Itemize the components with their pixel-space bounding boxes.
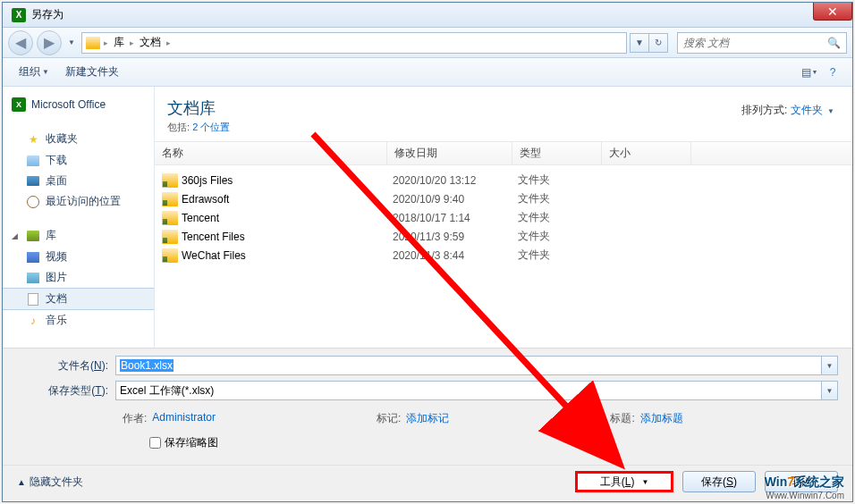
search-box[interactable]: 🔍 xyxy=(677,32,847,54)
thumbnail-label: 保存缩略图 xyxy=(165,435,218,450)
title-meta-value[interactable]: 添加标题 xyxy=(640,411,683,426)
folder-icon xyxy=(162,211,178,225)
organize-label: 组织 xyxy=(19,64,40,80)
author-field: 作者: Administrator xyxy=(123,411,216,426)
breadcrumb-item[interactable]: 文档 xyxy=(138,35,163,50)
sidebar-item-label: 最近访问的位置 xyxy=(46,194,121,209)
file-row[interactable]: Tencent2018/10/17 1:14文件夹 xyxy=(155,208,852,227)
thumbnail-checkbox[interactable] xyxy=(149,437,161,449)
author-value[interactable]: Administrator xyxy=(152,411,216,426)
folder-icon xyxy=(162,248,178,263)
filetype-dropdown-button[interactable]: ▼ xyxy=(822,381,838,400)
organize-button[interactable]: 组织 ▼ xyxy=(12,61,56,83)
includes-label: 包括: xyxy=(167,122,190,132)
titlebar: X 另存为 ✕ xyxy=(3,3,852,28)
save-button[interactable]: 保存(S) xyxy=(682,471,756,492)
address-dropdown-button[interactable]: ▼ xyxy=(630,33,649,53)
excel-icon: X xyxy=(12,8,26,22)
tools-button[interactable]: 工具(L) ▼ xyxy=(575,471,673,492)
library-subtitle: 包括: 2 个位置 xyxy=(167,121,840,134)
sidebar-ms-office[interactable]: X Microsoft Office xyxy=(3,94,154,115)
tags-label: 标记: xyxy=(377,411,401,426)
new-folder-label: 新建文件夹 xyxy=(65,64,119,80)
file-type: 文件夹 xyxy=(518,191,607,206)
sidebar-item-label: 桌面 xyxy=(46,173,67,189)
filename-input[interactable]: Book1.xlsx xyxy=(115,356,822,375)
clock-icon xyxy=(27,196,39,208)
file-name: 360js Files xyxy=(182,174,393,187)
title-field: 标题: 添加标题 xyxy=(610,411,682,426)
nav-back-button[interactable]: ◀ xyxy=(8,30,33,55)
sidebar-item-label: 下载 xyxy=(46,153,67,168)
file-name: Tencent Files xyxy=(182,231,393,243)
filetype-select[interactable]: Excel 工作簿(*.xlsx) xyxy=(115,381,822,400)
column-date[interactable]: 修改日期 xyxy=(387,142,512,164)
folder-icon xyxy=(86,37,100,49)
library-title: 文档库 xyxy=(167,97,840,119)
sidebar-desktop[interactable]: 桌面 xyxy=(3,171,154,191)
hide-folders-button[interactable]: ▲ 隐藏文件夹 xyxy=(17,475,83,490)
file-row[interactable]: 360js Files2020/10/20 13:12文件夹 xyxy=(155,171,852,189)
close-button[interactable]: ✕ xyxy=(813,3,852,21)
bottom-panel: 文件名(N): Book1.xlsx ▼ 保存类型(T): Excel 工作簿(… xyxy=(3,348,852,465)
file-type: 文件夹 xyxy=(518,248,607,263)
breadcrumb-sep: ▸ xyxy=(104,38,108,47)
search-icon: 🔍 xyxy=(827,37,841,49)
sidebar-videos[interactable]: 视频 xyxy=(3,247,154,267)
sidebar-item-label: 视频 xyxy=(46,249,67,265)
file-date: 2020/10/20 13:12 xyxy=(393,174,518,187)
breadcrumb-item[interactable]: 库 xyxy=(112,35,126,50)
filename-label: 文件名(N): xyxy=(17,358,115,374)
file-row[interactable]: Edrawsoft2020/10/9 9:40文件夹 xyxy=(155,189,852,208)
sidebar-favorites[interactable]: ★ 收藏夹 xyxy=(3,128,154,150)
column-type[interactable]: 类型 xyxy=(512,142,602,164)
includes-link[interactable]: 2 个位置 xyxy=(192,122,230,132)
sidebar-item-label: 音乐 xyxy=(46,313,67,328)
cancel-button[interactable]: 取消 xyxy=(765,471,838,492)
sidebar-music[interactable]: ♪ 音乐 xyxy=(3,310,154,331)
column-size[interactable]: 大小 xyxy=(602,142,691,164)
refresh-button[interactable]: ↻ xyxy=(648,33,668,53)
collapse-icon[interactable]: ◢ xyxy=(12,231,21,240)
folder-icon xyxy=(162,230,178,244)
search-input[interactable] xyxy=(683,37,824,49)
footer: ▲ 隐藏文件夹 工具(L) ▼ 保存(S) 取消 xyxy=(3,465,852,501)
music-icon: ♪ xyxy=(26,314,40,328)
file-date: 2020/11/3 9:59 xyxy=(393,231,518,243)
filename-value: Book1.xlsx xyxy=(120,359,174,372)
nav-forward-button[interactable]: ▶ xyxy=(37,30,62,55)
save-as-dialog: X 另存为 ✕ ◀ ▶ ▼ ▸ 库 ▸ 文档 ▸ ▼ ↻ 🔍 组织 ▼ 新建文件 xyxy=(2,2,853,502)
library-header: 文档库 包括: 2 个位置 排列方式: 文件夹 ▼ xyxy=(155,87,852,141)
arrange-label: 排列方式: xyxy=(741,104,787,116)
help-button[interactable]: ? xyxy=(822,63,843,82)
column-headers: 名称 修改日期 类型 大小 xyxy=(155,141,852,165)
column-name[interactable]: 名称 xyxy=(155,142,387,164)
document-icon xyxy=(28,293,38,306)
sidebar-recent[interactable]: 最近访问的位置 xyxy=(3,191,154,212)
file-row[interactable]: WeChat Files2020/11/3 8:44文件夹 xyxy=(155,246,852,265)
sidebar-item-label: 图片 xyxy=(46,270,67,285)
nav-history-dropdown[interactable]: ▼ xyxy=(65,32,78,54)
view-button[interactable]: ▤▼ xyxy=(799,63,820,82)
arrange-value[interactable]: 文件夹 ▼ xyxy=(791,104,834,116)
file-row[interactable]: Tencent Files2020/11/3 9:59文件夹 xyxy=(155,227,852,246)
file-type: 文件夹 xyxy=(518,229,607,244)
breadcrumb-sep: ▸ xyxy=(130,38,134,47)
tools-label: 工具(L) xyxy=(600,475,635,490)
sidebar-downloads[interactable]: 下载 xyxy=(3,150,154,171)
tags-value[interactable]: 添加标记 xyxy=(406,411,449,426)
file-type: 文件夹 xyxy=(518,210,607,225)
file-name: Tencent xyxy=(182,212,393,224)
content-area: 文档库 包括: 2 个位置 排列方式: 文件夹 ▼ 名称 修改日期 类型 大小 xyxy=(155,87,852,348)
sidebar-documents[interactable]: 文档 xyxy=(3,288,154,310)
filename-dropdown-button[interactable]: ▼ xyxy=(822,356,838,375)
chevron-up-icon: ▲ xyxy=(17,477,26,487)
breadcrumb-sep: ▸ xyxy=(166,38,171,47)
chevron-down-icon: ▼ xyxy=(827,107,834,115)
file-name: Edrawsoft xyxy=(182,193,393,206)
address-bar[interactable]: ▸ 库 ▸ 文档 ▸ xyxy=(81,32,627,54)
new-folder-button[interactable]: 新建文件夹 xyxy=(58,61,126,83)
file-date: 2018/10/17 1:14 xyxy=(393,212,518,224)
sidebar-libraries[interactable]: ◢ 库 xyxy=(3,224,154,247)
sidebar-pictures[interactable]: 图片 xyxy=(3,267,154,288)
